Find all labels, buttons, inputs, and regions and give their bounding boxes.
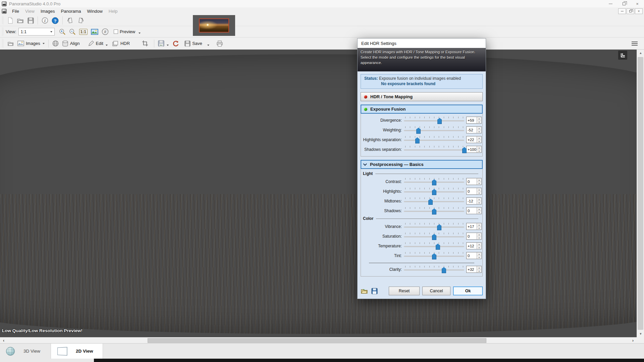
slider-value[interactable]: 0 <box>467 178 477 185</box>
spin-up-icon[interactable]: ▲ <box>477 243 481 246</box>
chevron-down-icon[interactable] <box>207 45 209 46</box>
edit-button[interactable]: Edit <box>86 39 105 48</box>
value-spinbox-vibrance[interactable]: +17▲▼ <box>466 223 482 230</box>
toolbar-gripper[interactable] <box>2 27 4 36</box>
spin-down-icon[interactable]: ▼ <box>477 120 481 123</box>
spin-up-icon[interactable]: ▲ <box>477 178 481 182</box>
rotate-left-button[interactable] <box>65 16 75 25</box>
spin-down-icon[interactable]: ▼ <box>477 256 481 259</box>
slider-thumb[interactable] <box>432 208 436 215</box>
spin-down-icon[interactable]: ▼ <box>477 201 481 204</box>
save-preset-button[interactable] <box>371 288 378 294</box>
slider-value[interactable]: +22 <box>467 136 477 143</box>
slider-thumb[interactable] <box>437 118 442 124</box>
slider-clarity[interactable] <box>404 265 464 274</box>
panorama-thumbnail[interactable] <box>199 18 229 33</box>
slider-value[interactable]: +17 <box>467 223 477 230</box>
panorama-canvas[interactable]: Low Quality/Low Resolution Preview! <box>0 50 637 337</box>
value-spinbox-saturation[interactable]: 0▲▼ <box>466 233 482 240</box>
slider-thumb[interactable] <box>432 189 436 195</box>
mode-exposure-fusion[interactable]: Exposure Fusion <box>361 105 483 114</box>
ok-button[interactable]: Ok <box>453 287 483 295</box>
slider-value[interactable]: 0 <box>467 188 477 194</box>
slider-saturation[interactable] <box>404 232 464 241</box>
value-spinbox-shadows[interactable]: 0▲▼ <box>466 207 482 214</box>
spin-down-icon[interactable]: ▼ <box>477 191 481 194</box>
crop-button[interactable] <box>140 39 150 48</box>
save-button[interactable]: Save <box>183 39 204 48</box>
spin-up-icon[interactable]: ▲ <box>477 188 481 191</box>
cancel-button[interactable]: Cancel <box>422 287 450 295</box>
slider-vibrance[interactable] <box>404 222 464 231</box>
layout-corner-icon[interactable] <box>618 51 627 60</box>
menu-item-window[interactable]: Window <box>84 8 106 15</box>
value-spinbox-shadows-separation[interactable]: +100▲▼ <box>466 146 482 153</box>
images-button[interactable]: Images <box>16 39 46 48</box>
spin-down-icon[interactable]: ▼ <box>477 211 481 214</box>
spin-up-icon[interactable]: ▲ <box>477 223 481 227</box>
hdr-button[interactable]: HDR <box>110 39 131 48</box>
menu-item-help[interactable]: Help <box>106 8 121 15</box>
slider-thumb[interactable] <box>432 234 436 240</box>
toolbar-gripper[interactable] <box>2 39 4 48</box>
slider-track[interactable] <box>404 130 464 131</box>
postprocessing-header[interactable]: Postprocessing — Basics <box>361 160 483 169</box>
value-spinbox-contrast[interactable]: 0▲▼ <box>466 178 482 185</box>
preview-checkbox[interactable] <box>114 29 118 34</box>
spin-down-icon[interactable]: ▼ <box>477 227 481 230</box>
spin-up-icon[interactable]: ▲ <box>477 266 481 269</box>
value-spinbox-divergence[interactable]: +59▲▼ <box>466 117 482 124</box>
menu-item-view[interactable]: View <box>22 8 38 15</box>
chevron-down-icon[interactable] <box>139 33 141 34</box>
grid-numbers-button[interactable]: # <box>100 27 110 36</box>
export-panorama-button[interactable] <box>156 39 166 48</box>
spin-down-icon[interactable]: ▼ <box>477 236 481 239</box>
value-spinbox-temperature[interactable]: +12▲▼ <box>466 242 482 249</box>
vertical-scrollbar[interactable]: ▲ ▼ <box>637 50 644 337</box>
load-preset-button[interactable] <box>361 288 368 294</box>
slider-thumb[interactable] <box>437 224 441 230</box>
menu-item-file[interactable]: File <box>9 8 22 15</box>
actual-size-button[interactable]: 1:1 <box>77 27 89 36</box>
reset-button[interactable]: Reset <box>389 287 420 295</box>
menu-item-images[interactable]: Images <box>38 8 58 15</box>
child-minimize-button[interactable] <box>618 8 626 14</box>
spin-down-icon[interactable]: ▼ <box>477 182 481 185</box>
slider-contrast[interactable] <box>404 177 464 186</box>
value-spinbox-highlights-separation[interactable]: +22▲▼ <box>466 136 482 143</box>
slider-temperature[interactable] <box>404 241 464 250</box>
dialog-title[interactable]: Edit HDR Settings <box>358 39 486 48</box>
print-button[interactable] <box>215 39 225 48</box>
spin-up-icon[interactable]: ▲ <box>477 198 481 201</box>
save-project-button[interactable] <box>26 16 36 25</box>
value-spinbox-midtones[interactable]: -12▲▼ <box>466 197 482 204</box>
spin-down-icon[interactable]: ▼ <box>477 140 481 143</box>
slider-track[interactable] <box>404 140 464 141</box>
scroll-up-icon[interactable]: ▲ <box>637 50 644 56</box>
spin-down-icon[interactable]: ▼ <box>477 149 481 153</box>
slider-track[interactable] <box>404 149 464 150</box>
menu-item-panorama[interactable]: Panorama <box>58 8 84 15</box>
slider-value[interactable]: +100 <box>467 146 477 153</box>
align-button[interactable]: Align <box>60 39 82 48</box>
slider-thumb[interactable] <box>432 253 436 259</box>
slider-shadows-separation[interactable] <box>404 145 464 154</box>
slider-thumb[interactable] <box>442 267 446 273</box>
slider-value[interactable]: +12 <box>467 243 477 249</box>
fit-view-button[interactable] <box>89 27 100 36</box>
spin-down-icon[interactable]: ▼ <box>477 246 481 249</box>
slider-value[interactable]: +59 <box>467 117 477 123</box>
slider-weighting[interactable] <box>404 125 464 134</box>
rotate-right-button[interactable] <box>75 16 86 25</box>
spin-down-icon[interactable]: ▼ <box>477 130 481 133</box>
slider-value[interactable]: 0 <box>467 233 477 239</box>
projection-button[interactable] <box>51 39 60 48</box>
child-restore-button[interactable] <box>627 8 634 14</box>
slider-value[interactable]: 0 <box>467 252 477 259</box>
spin-up-icon[interactable]: ▲ <box>477 207 481 211</box>
slider-value[interactable]: -12 <box>467 198 477 204</box>
zoom-in-button[interactable] <box>57 27 67 36</box>
help-button[interactable]: ? <box>50 16 60 25</box>
slider-track[interactable] <box>404 227 464 228</box>
horizontal-scrollbar[interactable]: ‹ › <box>0 337 637 343</box>
